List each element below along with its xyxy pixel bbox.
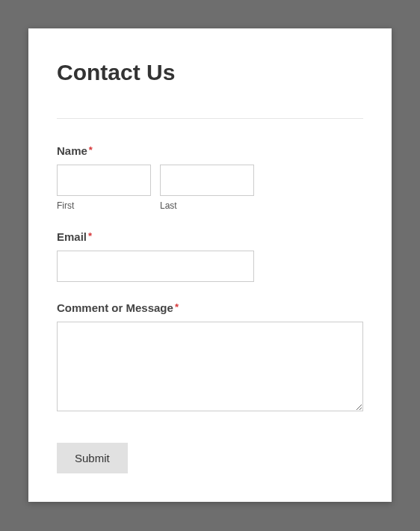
email-input[interactable] xyxy=(57,251,254,282)
first-name-col: First xyxy=(57,165,151,211)
message-label-text: Comment or Message xyxy=(57,301,173,314)
last-name-col: Last xyxy=(160,165,254,211)
required-marker: * xyxy=(88,230,92,242)
first-name-input[interactable] xyxy=(57,165,151,196)
message-field-group: Comment or Message* xyxy=(57,301,363,414)
email-label: Email* xyxy=(57,230,92,243)
last-name-input[interactable] xyxy=(160,165,254,196)
name-field-group: Name* First Last xyxy=(57,144,363,211)
first-name-sublabel: First xyxy=(57,200,151,211)
last-name-sublabel: Last xyxy=(160,200,254,211)
name-label: Name* xyxy=(57,144,93,157)
message-label: Comment or Message* xyxy=(57,301,179,314)
email-field-group: Email* xyxy=(57,230,363,282)
required-marker: * xyxy=(89,144,93,156)
message-textarea[interactable] xyxy=(57,322,363,411)
page-title: Contact Us xyxy=(57,60,363,85)
submit-button[interactable]: Submit xyxy=(57,443,128,473)
contact-form-card: Contact Us Name* First Last Email* Comme… xyxy=(28,28,392,502)
email-label-text: Email xyxy=(57,230,87,243)
required-marker: * xyxy=(175,301,179,313)
divider xyxy=(57,118,363,119)
name-label-text: Name xyxy=(57,144,87,157)
name-row: First Last xyxy=(57,165,363,211)
